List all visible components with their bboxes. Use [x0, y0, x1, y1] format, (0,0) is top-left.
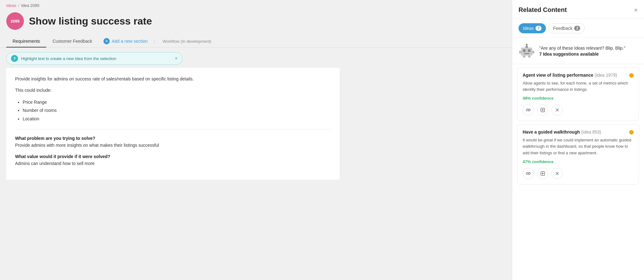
breadcrumb: Ideas / Idea 2095 [0, 0, 512, 10]
right-tab-ideas[interactable]: Ideas 7 [519, 23, 546, 33]
main-panel: Ideas / Idea 2095 2095 Show listing succ… [0, 0, 512, 280]
right-content-area: Agent view of listing performance (Idea … [512, 64, 644, 280]
right-tab-feedback-label: Feedback [553, 26, 572, 31]
value-label: What value would it provide if it were s… [15, 154, 331, 159]
workflow-label: Workflow [163, 39, 179, 44]
tab-divider: | [153, 39, 157, 44]
robot-hint-text: "Are any of these Ideas relevant? Blip. … [539, 45, 625, 57]
tab-add-section[interactable]: + Add a new section [98, 35, 153, 47]
idea-card-1-confidence: 47% confidence [523, 159, 634, 164]
idea-card-0-add-button[interactable] [537, 104, 548, 116]
svg-rect-8 [532, 51, 534, 54]
content-paragraph-1: Provide insights for admins on success r… [15, 75, 331, 83]
robot-icon [519, 42, 535, 59]
idea-card-0-header: Agent view of listing performance (Idea … [523, 73, 634, 78]
idea-card-0-dot [629, 73, 634, 78]
content-area: Provide insights for admins on success r… [0, 68, 512, 280]
idea-card-1-add-button[interactable] [537, 168, 548, 179]
list-item: Number of rooms [23, 106, 331, 115]
idea-card-0-actions [523, 104, 634, 116]
add-section-icon: + [103, 38, 110, 44]
value-value: Admins can understand how to sell more [15, 161, 331, 166]
idea-title: Show listing success rate [29, 15, 152, 27]
problem-label: What problem are you trying to solve? [15, 136, 331, 141]
right-tabs: Ideas 7 Feedback 2 [512, 19, 644, 37]
tab-requirements[interactable]: Requirements [6, 36, 46, 47]
workflow-status: (In development) [180, 39, 211, 44]
robot-subtext: 7 Idea suggestions available [539, 52, 625, 57]
idea-card-0-id: (Idea 1979) [595, 73, 617, 78]
tab-add-label: Add a new section [112, 39, 147, 44]
breadcrumb-separator: / [18, 3, 19, 8]
problem-value: Provide admins with more insights on wha… [15, 143, 331, 148]
idea-card-1: Have a guided walkthrough (Idea 853) It … [517, 124, 639, 184]
idea-card-0-description: Allow agents to see, for each home, a se… [523, 80, 634, 93]
robot-hint: "Are any of these Ideas relevant? Blip. … [512, 37, 644, 64]
svg-rect-2 [528, 49, 530, 52]
idea-badge: 2095 [6, 12, 24, 30]
idea-header: 2095 Show listing success rate [0, 10, 512, 35]
tabs-bar: Requirements Customer Feedback + Add a n… [0, 35, 512, 48]
idea-card-1-title: Have a guided walkthrough (Idea 853) [523, 129, 601, 135]
right-tab-feedback-badge: 2 [574, 26, 580, 31]
hint-close-button[interactable]: × [175, 56, 178, 61]
right-header: Related Content × [512, 0, 644, 19]
right-tab-feedback[interactable]: Feedback 2 [548, 23, 585, 33]
svg-rect-3 [524, 53, 529, 54]
idea-card-1-id: (Idea 853) [581, 129, 601, 135]
svg-rect-9 [523, 56, 525, 58]
right-panel-close-button[interactable]: × [634, 7, 638, 13]
idea-card-1-actions [523, 168, 634, 179]
idea-card-0-link-button[interactable] [523, 104, 534, 116]
content-paragraph-2: This could include: [15, 87, 331, 94]
idea-card-1-dot [629, 130, 634, 135]
hint-bar: ? Highlight text to create a new Idea fr… [6, 52, 182, 65]
tab-customer-feedback[interactable]: Customer Feedback [46, 36, 98, 47]
idea-card-0: Agent view of listing performance (Idea … [517, 67, 639, 121]
breadcrumb-link[interactable]: Ideas [6, 3, 16, 8]
svg-rect-1 [523, 49, 525, 52]
idea-card-1-description: It would be great if we could implement … [523, 137, 634, 156]
right-tab-ideas-badge: 7 [536, 26, 541, 31]
idea-card-0-confidence: 48% confidence [523, 96, 634, 101]
content-divider [15, 129, 331, 129]
robot-quote: "Are any of these Ideas relevant? Blip. … [539, 45, 625, 52]
right-panel: Related Content × Ideas 7 Feedback 2 [512, 0, 644, 280]
list-item: Price Range [23, 98, 331, 107]
right-panel-title: Related Content [519, 6, 567, 14]
content-list: Price Range Number of rooms Location [15, 98, 331, 123]
svg-rect-10 [528, 56, 530, 58]
right-tab-ideas-label: Ideas [523, 26, 534, 31]
idea-card-1-header: Have a guided walkthrough (Idea 853) [523, 129, 634, 135]
breadcrumb-current: Idea 2095 [21, 3, 39, 8]
hint-text: Highlight text to create a new Idea from… [21, 56, 172, 61]
content-card: Provide insights for admins on success r… [6, 68, 340, 180]
idea-card-0-title: Agent view of listing performance (Idea … [523, 73, 617, 78]
tab-workflow[interactable]: Workflow (In development) [156, 36, 218, 47]
hint-question-icon: ? [11, 55, 18, 62]
idea-card-1-link-button[interactable] [523, 168, 534, 179]
svg-point-6 [526, 44, 528, 46]
idea-card-1-close-button[interactable] [552, 168, 563, 179]
list-item: Location [23, 115, 331, 123]
idea-card-0-close-button[interactable] [552, 104, 563, 116]
svg-rect-7 [519, 51, 521, 54]
svg-rect-0 [521, 47, 532, 56]
